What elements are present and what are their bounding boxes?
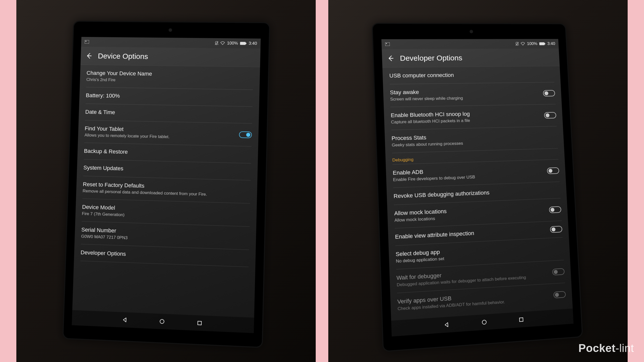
svg-rect-5 bbox=[246, 43, 246, 44]
nav-back[interactable] bbox=[121, 316, 129, 324]
watermark: Pocket-lint bbox=[578, 342, 634, 354]
app-indicator-icon bbox=[85, 40, 89, 44]
setting-stay-awake[interactable]: Stay awakeScreen will never sleep while … bbox=[390, 82, 556, 107]
page-title: Developer Options bbox=[400, 54, 462, 62]
nav-recent[interactable] bbox=[518, 316, 525, 323]
app-indicator-icon bbox=[385, 42, 390, 46]
tablet-frame: x 100% 3:40 Developer Options bbox=[372, 23, 583, 352]
setting-battery[interactable]: Battery: 100% bbox=[86, 87, 253, 107]
screen-developer-options: x 100% 3:40 Developer Options bbox=[381, 39, 574, 337]
view-attr-toggle[interactable] bbox=[550, 226, 562, 233]
wifi-icon bbox=[220, 41, 225, 45]
battery-percent: 100% bbox=[527, 41, 537, 46]
svg-rect-15 bbox=[519, 318, 523, 322]
screen-device-options: x 100% 3:40 Device Options bbox=[72, 37, 261, 333]
header-bar: Developer Options bbox=[382, 49, 560, 68]
svg-rect-13 bbox=[544, 43, 545, 44]
page-title: Device Options bbox=[98, 52, 148, 61]
back-button[interactable] bbox=[85, 52, 93, 60]
battery-percent: 100% bbox=[227, 41, 238, 46]
enable-adb-toggle[interactable] bbox=[547, 167, 559, 174]
photo-panel-right: x 100% 3:40 Developer Options bbox=[328, 0, 628, 362]
setting-bt-hci-snoop[interactable]: Enable Bluetooth HCI snoop logCapture al… bbox=[390, 104, 557, 130]
front-camera bbox=[469, 30, 473, 33]
svg-rect-8 bbox=[385, 42, 390, 46]
svg-rect-0 bbox=[85, 40, 89, 44]
location-off-icon: x bbox=[215, 41, 218, 45]
svg-point-6 bbox=[160, 319, 164, 324]
svg-text:x: x bbox=[218, 43, 218, 45]
mock-locations-toggle[interactable] bbox=[549, 206, 561, 213]
settings-list[interactable]: USB computer connection Stay awakeScreen… bbox=[382, 66, 573, 321]
wait-debugger-toggle bbox=[552, 268, 565, 276]
nav-back[interactable] bbox=[443, 321, 450, 329]
svg-text:x: x bbox=[518, 44, 519, 46]
nav-home[interactable] bbox=[480, 318, 488, 326]
status-bar: x 100% 3:40 bbox=[381, 39, 559, 49]
battery-icon bbox=[539, 42, 545, 45]
location-off-icon: x bbox=[515, 42, 519, 46]
stay-awake-toggle[interactable] bbox=[543, 90, 555, 97]
find-tablet-toggle[interactable] bbox=[239, 131, 252, 138]
svg-rect-4 bbox=[240, 42, 246, 45]
setting-find-your-tablet[interactable]: Find Your TabletAllows you to remotely l… bbox=[84, 120, 252, 147]
svg-rect-9 bbox=[386, 43, 387, 44]
clock: 3:40 bbox=[249, 41, 257, 46]
back-button[interactable] bbox=[387, 55, 395, 62]
svg-rect-1 bbox=[86, 41, 87, 41]
nav-recent[interactable] bbox=[196, 319, 203, 327]
svg-point-14 bbox=[482, 320, 487, 325]
nav-home[interactable] bbox=[158, 318, 166, 325]
setting-usb-connection[interactable]: USB computer connection bbox=[389, 66, 554, 84]
header-bar: Device Options bbox=[80, 47, 261, 67]
bt-snoop-toggle[interactable] bbox=[544, 112, 556, 119]
wifi-icon bbox=[521, 42, 525, 46]
svg-rect-12 bbox=[539, 42, 544, 45]
clock: 3:40 bbox=[547, 41, 555, 46]
settings-list[interactable]: Change Your Device NameChris's 2nd Fire … bbox=[72, 65, 260, 318]
verify-apps-toggle bbox=[553, 291, 566, 298]
svg-rect-7 bbox=[198, 321, 202, 325]
battery-icon bbox=[240, 42, 247, 45]
front-camera bbox=[169, 28, 172, 32]
photo-panel-left: x 100% 3:40 Device Options bbox=[16, 0, 316, 362]
tablet-frame: x 100% 3:40 Device Options bbox=[62, 21, 270, 348]
setting-change-device-name[interactable]: Change Your Device NameChris's 2nd Fire bbox=[86, 65, 253, 90]
